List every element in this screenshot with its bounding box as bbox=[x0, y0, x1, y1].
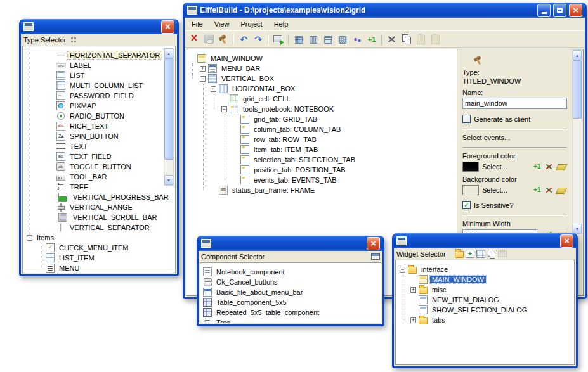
scroll-up-button[interactable]: ▲ bbox=[164, 48, 173, 58]
add-one-button[interactable] bbox=[365, 32, 379, 46]
scroll-track[interactable] bbox=[164, 58, 173, 175]
tree-item[interactable]: − HORIZONTAL_BOX bbox=[186, 84, 457, 94]
tree-item[interactable]: TEXT_FIELD bbox=[23, 151, 175, 162]
scroll-down-button[interactable]: ▼ bbox=[573, 224, 582, 234]
tree-item[interactable]: MULTI_COLUMN_LIST bbox=[23, 80, 175, 91]
expander-icon[interactable]: + bbox=[410, 287, 416, 293]
tree-item[interactable]: VERTICAL_RANGE bbox=[23, 202, 175, 212]
tree-item[interactable]: VERTICAL_PROGRESS_BAR bbox=[23, 192, 175, 202]
add-one-icon[interactable] bbox=[532, 186, 543, 195]
scroll-down-button[interactable]: ▼ bbox=[164, 175, 173, 185]
tree-item[interactable]: NEW_ITEM_DIALOG bbox=[396, 295, 574, 305]
title-bar[interactable]: × bbox=[394, 233, 576, 248]
tree-item[interactable]: row_tab: ROW_TAB bbox=[186, 134, 457, 144]
tree-item[interactable]: LIST bbox=[23, 70, 175, 80]
tree-item[interactable]: PIXMAP bbox=[23, 101, 175, 111]
tree-item[interactable]: HORIZONTAL_SEPARATOR bbox=[23, 50, 175, 60]
expander-icon[interactable]: − bbox=[27, 235, 32, 241]
tree-item[interactable]: PASSWORD_FIELD bbox=[23, 91, 175, 101]
tree-item[interactable]: − VERTICAL_BOX bbox=[186, 74, 457, 84]
trash-icon[interactable] bbox=[498, 251, 507, 257]
tree-item[interactable]: − interface bbox=[396, 264, 574, 274]
cut-button[interactable] bbox=[385, 32, 399, 46]
list-item[interactable]: Repeated_5x5_table_component bbox=[200, 307, 381, 317]
paste-special-button[interactable] bbox=[429, 32, 443, 46]
expander-icon[interactable]: + bbox=[200, 66, 206, 72]
tree-item[interactable]: SPIN_BUTTON bbox=[23, 131, 175, 141]
tree-item[interactable]: TOOL_BAR bbox=[23, 172, 175, 182]
tree-item[interactable]: LABEL bbox=[23, 60, 175, 70]
close-button[interactable]: × bbox=[161, 20, 174, 34]
title-bar[interactable]: × bbox=[21, 19, 177, 34]
menu-item[interactable]: Project bbox=[235, 19, 268, 29]
generate-client-checkbox[interactable] bbox=[462, 115, 471, 123]
folder-icon[interactable] bbox=[455, 251, 464, 258]
expander-icon[interactable]: − bbox=[221, 106, 227, 112]
tree-item[interactable]: RADIO_BUTTON bbox=[23, 111, 175, 121]
scroll-up-button[interactable]: ▲ bbox=[573, 50, 582, 60]
close-button[interactable]: × bbox=[569, 4, 582, 17]
tree-item[interactable]: column_tab: COLUMN_TAB bbox=[186, 124, 457, 134]
list-item[interactable]: Ok_Cancel_buttons bbox=[200, 277, 381, 287]
redo-button[interactable] bbox=[251, 32, 265, 46]
window-grid-button[interactable] bbox=[292, 32, 306, 46]
tree-item[interactable]: − Items bbox=[23, 233, 175, 243]
users-button[interactable] bbox=[350, 32, 364, 46]
expander-icon[interactable]: + bbox=[410, 317, 416, 323]
add-widget-icon[interactable] bbox=[466, 250, 474, 258]
tree-item[interactable]: MAIN_WINDOW bbox=[186, 53, 457, 63]
copy-icon[interactable] bbox=[487, 250, 496, 258]
list-item[interactable]: Table_component_5x5 bbox=[200, 297, 381, 307]
launch-button[interactable] bbox=[271, 32, 285, 46]
vertical-scrollbar[interactable]: ▲ ▼ bbox=[572, 49, 582, 234]
title-bar[interactable]: × bbox=[199, 236, 382, 251]
foreground-select-button[interactable]: Select... bbox=[482, 163, 507, 170]
tree-item[interactable]: status_bar_frame: FRAME bbox=[186, 185, 457, 195]
tree-item[interactable]: − tools_notebook: NOTEBOOK bbox=[186, 104, 457, 114]
select-events-link[interactable]: Select events... bbox=[462, 134, 567, 141]
tree-item[interactable]: grid_tab: GRID_TAB bbox=[186, 114, 457, 124]
undo-button[interactable] bbox=[237, 32, 251, 46]
tree-item[interactable]: TEXT bbox=[23, 141, 175, 151]
background-select-button[interactable]: Select... bbox=[482, 186, 507, 194]
tree-item[interactable]: + tabs bbox=[396, 315, 574, 325]
is-sensitive-checkbox[interactable]: ✓ bbox=[462, 201, 471, 209]
tree-item[interactable]: grid_cell: CELL bbox=[186, 94, 457, 104]
tree-item[interactable]: TREE bbox=[23, 182, 175, 192]
title-bar[interactable]: EiffelBuild - D:\projects\examples\visio… bbox=[185, 3, 585, 18]
build-button[interactable] bbox=[216, 32, 230, 46]
close-button[interactable]: × bbox=[560, 234, 573, 248]
close-button[interactable]: × bbox=[367, 237, 380, 250]
tree-item[interactable]: selection_tab: SELECTION_TAB bbox=[186, 155, 457, 165]
tree-item[interactable]: SHOW_SELECTION_DIALOG bbox=[396, 305, 574, 315]
window-view-button[interactable] bbox=[336, 32, 350, 46]
window-columns-button[interactable] bbox=[306, 32, 320, 46]
restore-icon[interactable] bbox=[371, 253, 380, 260]
scroll-track[interactable] bbox=[573, 60, 582, 224]
vertical-scrollbar[interactable]: ▲ ▼ bbox=[164, 48, 174, 186]
menu-item[interactable]: Help bbox=[268, 19, 294, 29]
save-button[interactable] bbox=[202, 32, 216, 46]
menu-item[interactable]: File bbox=[186, 19, 209, 29]
foreground-color-swatch[interactable] bbox=[462, 162, 479, 172]
widget-grid-icon[interactable] bbox=[476, 250, 485, 258]
menu-item[interactable]: View bbox=[209, 19, 235, 29]
tree-item[interactable]: MAIN_WINDOW bbox=[396, 274, 574, 285]
expander-icon[interactable]: − bbox=[200, 76, 206, 82]
cut-icon[interactable] bbox=[544, 162, 555, 172]
tree-item[interactable]: LIST_ITEM bbox=[23, 253, 175, 263]
scroll-thumb[interactable] bbox=[164, 58, 173, 160]
tree-item[interactable]: RICH_TEXT bbox=[23, 121, 175, 131]
tree-item[interactable]: VERTICAL_SCROLL_BAR bbox=[23, 212, 175, 222]
cut-icon[interactable] bbox=[544, 186, 555, 195]
name-input[interactable] bbox=[462, 98, 567, 109]
tree-item[interactable]: CHECK_MENU_ITEM bbox=[23, 243, 175, 253]
tree-item[interactable]: MENU bbox=[23, 263, 175, 273]
tree-item[interactable]: VERTICAL_SEPARATOR bbox=[23, 222, 175, 233]
list-item[interactable]: Tree bbox=[200, 317, 381, 323]
paste-button[interactable] bbox=[414, 32, 428, 46]
copy-button[interactable] bbox=[400, 32, 414, 46]
tree-item[interactable]: item_tab: ITEM_TAB bbox=[186, 144, 457, 155]
tree-item[interactable]: events_tab: EVENTS_TAB bbox=[186, 175, 457, 185]
expander-icon[interactable]: − bbox=[400, 267, 405, 273]
